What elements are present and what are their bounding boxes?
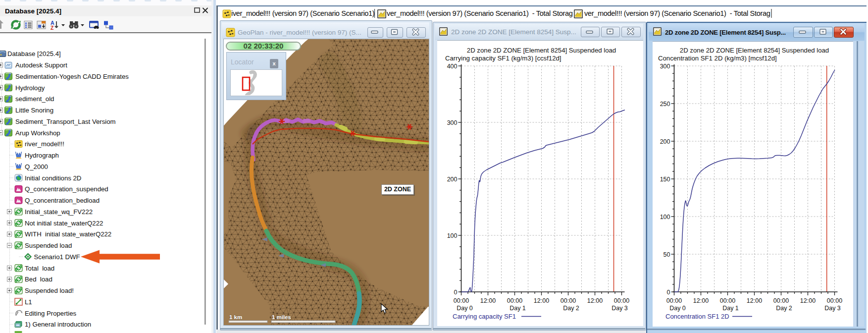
svg-text:Q_concentration_bedload: Q_concentration_bedload bbox=[25, 197, 100, 204]
svg-text:Day 3: Day 3 bbox=[824, 305, 841, 312]
svg-text:Hydrograph: Hydrograph bbox=[25, 152, 59, 159]
svg-text:Day 3: Day 3 bbox=[612, 305, 628, 312]
svg-text:Sedimentation-Yogesh CADD Emir: Sedimentation-Yogesh CADD Emirates bbox=[15, 73, 129, 80]
svg-text:50: 50 bbox=[664, 251, 670, 258]
svg-text:00:00: 00:00 bbox=[720, 297, 735, 304]
svg-text:12:00: 12:00 bbox=[480, 297, 496, 304]
svg-text:Arup Workshop: Arup Workshop bbox=[15, 129, 60, 137]
svg-text:Day 0: Day 0 bbox=[669, 305, 686, 312]
svg-text:2D zone 2D ZONE [Element 8254]: 2D zone 2D ZONE [Element 8254] Susp... bbox=[665, 29, 786, 36]
svg-text:1) General introduction: 1) General introduction bbox=[25, 321, 91, 328]
svg-text:00:00: 00:00 bbox=[507, 297, 522, 304]
svg-text:Q_2000: Q_2000 bbox=[25, 163, 48, 170]
svg-text:00:00: 00:00 bbox=[827, 297, 842, 304]
svg-text:2D zone 2D ZONE [Element 8254]: 2D zone 2D ZONE [Element 8254] Susp... bbox=[451, 28, 576, 36]
svg-text:00:00: 00:00 bbox=[773, 297, 789, 304]
svg-text:400: 400 bbox=[447, 63, 458, 70]
svg-text:150: 150 bbox=[660, 176, 670, 183]
svg-text:1 km: 1 km bbox=[229, 314, 242, 320]
svg-text:12:00: 12:00 bbox=[693, 297, 709, 304]
svg-text:100: 100 bbox=[660, 214, 670, 221]
svg-text:0: 0 bbox=[667, 289, 670, 296]
svg-text:00:00: 00:00 bbox=[454, 297, 469, 304]
svg-text:100: 100 bbox=[447, 232, 458, 239]
svg-text:Z: Z bbox=[51, 25, 54, 31]
svg-text:12:00: 12:00 bbox=[587, 297, 603, 304]
svg-text:12:00: 12:00 bbox=[800, 297, 816, 304]
svg-text:Concentration SF1 2D: Concentration SF1 2D bbox=[665, 313, 729, 320]
svg-text:Day 1: Day 1 bbox=[722, 305, 739, 312]
svg-text:Bed load: Bed load bbox=[25, 276, 52, 283]
svg-text:Suspended load!: Suspended load! bbox=[25, 287, 74, 294]
svg-text:2D zone 2D ZONE [Element 8254]: 2D zone 2D ZONE [Element 8254] Suspended… bbox=[467, 47, 616, 54]
svg-text:Carrying capacity SF1: Carrying capacity SF1 bbox=[453, 313, 516, 320]
svg-text:200: 200 bbox=[447, 176, 458, 183]
svg-text:Database [2025.4]: Database [2025.4] bbox=[7, 50, 61, 57]
svg-text:sediment_old: sediment_old bbox=[15, 95, 54, 103]
svg-text:Total load: Total load bbox=[25, 265, 54, 272]
svg-text:Q_concentration_suspended: Q_concentration_suspended bbox=[25, 185, 108, 193]
svg-text:Day 2: Day 2 bbox=[776, 305, 792, 312]
svg-text:Carrying capacity SF1 (kg/m3): Carrying capacity SF1 (kg/m3) [ccsf12d] bbox=[445, 55, 562, 62]
svg-text:Little Snoring: Little Snoring bbox=[15, 107, 53, 114]
svg-text:300: 300 bbox=[660, 63, 670, 70]
svg-text:Hydrology: Hydrology bbox=[15, 84, 45, 92]
svg-text:00:00: 00:00 bbox=[614, 297, 629, 304]
svg-text:Concentration SF1 2D (kg/m3) [: Concentration SF1 2D (kg/m3) [mcsf12d] bbox=[658, 55, 777, 62]
svg-text:00:00: 00:00 bbox=[666, 297, 682, 304]
svg-text:Day 1: Day 1 bbox=[510, 305, 526, 312]
svg-text:1 miles: 1 miles bbox=[272, 314, 291, 320]
svg-text:iver_model!!! (version 97) (Sc: iver_model!!! (version 97) (Scenario Sce… bbox=[231, 9, 374, 17]
svg-text:0: 0 bbox=[454, 289, 458, 296]
svg-text:Day 2: Day 2 bbox=[563, 305, 579, 312]
svg-text:Scenario1 DWF: Scenario1 DWF bbox=[34, 253, 80, 261]
svg-text:Initial conditions 2D: Initial conditions 2D bbox=[25, 174, 81, 182]
svg-text:river_model!!!: river_model!!! bbox=[25, 140, 64, 148]
svg-text:ver_model!!! (version 97) (Sce: ver_model!!! (version 97) (Scenario Scen… bbox=[387, 9, 573, 17]
svg-text:WITH initial state_waterQ222: WITH initial state_waterQ222 bbox=[25, 230, 111, 238]
svg-text:Database [2025.4]: Database [2025.4] bbox=[5, 7, 61, 15]
svg-text:Sediment_Transport_Last Versio: Sediment_Transport_Last Versiom bbox=[15, 118, 116, 125]
svg-text:ver_model!!! (version 97) (Sce: ver_model!!! (version 97) (Scenario Scen… bbox=[584, 9, 770, 17]
svg-text:250: 250 bbox=[660, 101, 670, 108]
svg-text:Not initial state_waterQ222: Not initial state_waterQ222 bbox=[25, 220, 103, 227]
svg-text:2D zone 2D ZONE [Element 8254]: 2D zone 2D ZONE [Element 8254] Suspended… bbox=[680, 47, 829, 54]
svg-text:Autodesk Support: Autodesk Support bbox=[15, 61, 67, 69]
svg-text:Suspended load: Suspended load bbox=[25, 242, 72, 249]
svg-text:GeoPlan - river_model!!! (vers: GeoPlan - river_model!!! (version 97) (S… bbox=[238, 29, 361, 36]
svg-text:12:00: 12:00 bbox=[747, 297, 762, 304]
svg-text:12:00: 12:00 bbox=[534, 297, 549, 304]
svg-text:Editing Properties: Editing Properties bbox=[25, 310, 76, 317]
svg-text:200: 200 bbox=[660, 138, 670, 145]
svg-text:Initial_state_wq_FV222: Initial_state_wq_FV222 bbox=[25, 208, 93, 216]
svg-text:00:00: 00:00 bbox=[561, 297, 576, 304]
svg-text:L1: L1 bbox=[25, 298, 32, 306]
svg-text:Day 0: Day 0 bbox=[457, 305, 473, 312]
svg-text:300: 300 bbox=[447, 119, 458, 126]
